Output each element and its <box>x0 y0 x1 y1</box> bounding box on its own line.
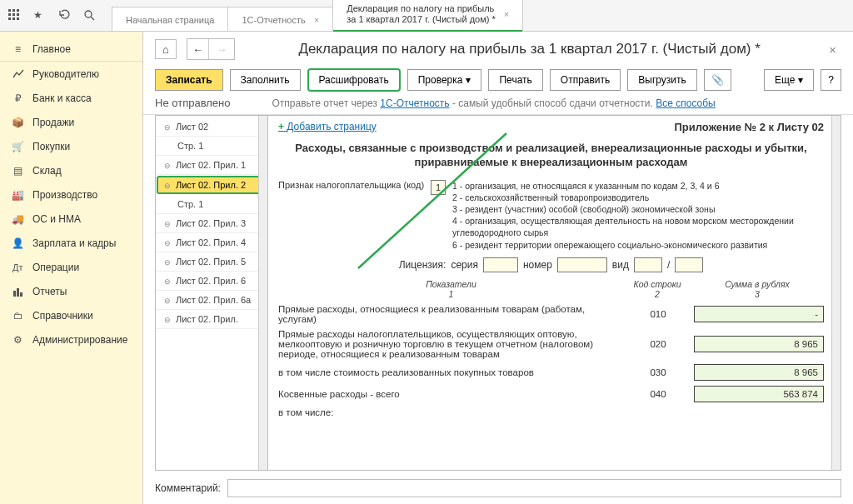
tree-label: Лист 02. Прил. 1 <box>176 160 246 170</box>
sidebar-item-production[interactable]: 🏭Производство <box>0 182 142 207</box>
collapse-icon: ⊖ <box>164 122 172 132</box>
collapse-icon: ⊖ <box>164 237 172 247</box>
row-value-input[interactable]: 8 965 <box>694 364 824 381</box>
clip-icon: 📎 <box>711 74 724 86</box>
forward-button[interactable]: → <box>211 39 232 59</box>
write-button[interactable]: Записать <box>155 69 223 91</box>
tab-home[interactable]: Начальная страница <box>112 7 228 31</box>
sidebar-label: Покупки <box>32 141 70 152</box>
send-status: Не отправлено <box>155 97 230 109</box>
row-value-input[interactable]: 8 965 <box>694 336 824 352</box>
tree-node-app1[interactable]: ⊖Лист 02. Прил. 1 <box>156 156 267 175</box>
tree-node-app2-selected[interactable]: ⊖Лист 02. Прил. 2 <box>157 176 267 194</box>
tree-node-app6a[interactable]: ⊖Лист 02. Прил. 6а <box>156 291 267 310</box>
sidebar-item-purchases[interactable]: 🛒Покупки <box>0 134 142 158</box>
collapse-icon: ⊖ <box>164 160 172 170</box>
chevron-down-icon: ▾ <box>798 74 803 86</box>
export-button[interactable]: Выгрузить <box>627 69 697 91</box>
row-value-input[interactable]: - <box>694 306 824 322</box>
tab-declaration[interactable]: Декларация по налогу на прибыльза 1 квар… <box>332 0 523 31</box>
license-number-input[interactable] <box>557 257 607 272</box>
check-button[interactable]: Проверка ▾ <box>407 69 482 91</box>
tree-node-sheet02[interactable]: ⊖Лист 02 <box>156 117 267 137</box>
sidebar-item-manager[interactable]: Руководителю <box>0 62 142 86</box>
fill-button[interactable]: Заполнить <box>230 69 301 91</box>
sidebar-item-sales[interactable]: 📦Продажи <box>0 110 142 134</box>
svg-rect-7 <box>12 17 15 20</box>
sidebar-label: Справочники <box>32 310 93 322</box>
sidebar-item-operations[interactable]: ДтОперации <box>0 255 142 279</box>
sidebar-item-main[interactable]: ≡Главное <box>0 37 142 62</box>
svg-rect-14 <box>20 292 22 297</box>
sidebar: ≡Главное Руководителю ₽Банк и касса 📦Про… <box>0 32 143 504</box>
sidebar-label: ОС и НМА <box>32 213 81 225</box>
folder-icon: 🗀 <box>12 309 24 322</box>
toolbar: Записать Заполнить Расшифровать Проверка… <box>143 63 853 93</box>
sidebar-item-hr[interactable]: 👤Зарплата и кадры <box>0 231 142 255</box>
tree-node-app6[interactable]: ⊖Лист 02. Прил. 6 <box>156 272 267 291</box>
attach-button[interactable]: 📎 <box>704 69 731 91</box>
close-icon[interactable]: × <box>314 15 319 25</box>
tree-node-app5[interactable]: ⊖Лист 02. Прил. 5 <box>156 252 267 272</box>
taxpayer-code-input[interactable]: 1 <box>431 180 446 195</box>
sidebar-item-assets[interactable]: 🚚ОС и НМА <box>0 207 142 231</box>
history-icon[interactable] <box>58 9 72 22</box>
row-label: в том числе стоимость реализованных поку… <box>278 367 622 377</box>
comment-input[interactable] <box>227 479 841 497</box>
status-text: Отправьте отчет через <box>272 97 380 109</box>
close-icon[interactable]: × <box>504 9 509 19</box>
decode-button[interactable]: Расшифровать <box>307 68 401 92</box>
tree-node-app3[interactable]: ⊖Лист 02. Прил. 3 <box>156 214 267 233</box>
svg-rect-4 <box>12 13 15 16</box>
all-methods-link[interactable]: Все способы <box>656 97 716 109</box>
sidebar-label: Производство <box>32 189 97 201</box>
box-icon: 📦 <box>12 116 24 128</box>
form-row: в том числе: <box>278 407 824 417</box>
sidebar-item-warehouse[interactable]: ▤Склад <box>0 158 142 182</box>
help-button[interactable]: ? <box>821 69 841 91</box>
coin-icon: ₽ <box>12 92 24 104</box>
sidebar-item-reports[interactable]: Отчеты <box>0 279 142 303</box>
tree-label: Лист 02. Прил. 5 <box>176 257 246 267</box>
back-button[interactable]: ← <box>187 39 209 59</box>
tab-reporting[interactable]: 1С-Отчетность× <box>227 7 333 31</box>
comment-bar: Комментарий: <box>143 474 853 504</box>
send-button[interactable]: Отправить <box>550 69 621 91</box>
search-icon[interactable] <box>83 9 97 22</box>
svg-rect-8 <box>17 17 19 20</box>
row-code: 010 <box>627 309 689 319</box>
tree-node-page1[interactable]: Стр. 1 <box>156 137 267 156</box>
tree-label: Стр. 1 <box>177 199 203 209</box>
tree-label: Лист 02. Прил. <box>176 314 238 324</box>
row-code: 030 <box>627 367 689 377</box>
close-button[interactable]: × <box>824 42 841 57</box>
row-value-input[interactable]: 563 874 <box>694 386 824 402</box>
home-button[interactable]: ⌂ <box>155 39 177 59</box>
license-series-input[interactable] <box>483 257 518 272</box>
more-button[interactable]: Еще ▾ <box>764 69 814 91</box>
svg-rect-13 <box>17 288 19 297</box>
sidebar-item-bank[interactable]: ₽Банк и касса <box>0 86 142 110</box>
tab-label: 1С-Отчетность <box>242 15 305 25</box>
form-row: Прямые расходы, относящиеся к реализован… <box>278 304 824 324</box>
license-type2-input[interactable] <box>675 257 703 272</box>
tree-node-app2-page1[interactable]: Стр. 1 <box>156 195 267 214</box>
taxpayer-code-legend: 1 - организация, не относящаяся к указан… <box>452 180 824 251</box>
tree-label: Лист 02. Прил. 3 <box>176 218 246 228</box>
apps-icon[interactable] <box>8 9 22 22</box>
license-type-input[interactable] <box>634 257 662 272</box>
tree-node-partial[interactable]: ⊖Лист 02. Прил. <box>156 310 267 329</box>
svg-rect-5 <box>17 13 19 16</box>
collapse-icon: ⊖ <box>164 180 172 190</box>
add-page-link[interactable]: Добавить страницу <box>278 121 377 133</box>
print-button[interactable]: Печать <box>488 69 542 91</box>
tree-node-app4[interactable]: ⊖Лист 02. Прил. 4 <box>156 233 267 252</box>
star-icon[interactable]: ★ <box>33 9 47 22</box>
form-row: в том числе стоимость реализованных поку… <box>278 364 824 381</box>
tree-label: Лист 02. Прил. 6а <box>176 295 251 305</box>
reporting-link[interactable]: 1С-Отчетность <box>380 97 449 109</box>
svg-rect-6 <box>8 17 11 20</box>
sidebar-item-refs[interactable]: 🗀Справочники <box>0 303 142 327</box>
sidebar-item-admin[interactable]: ⚙Администрирование <box>0 327 142 352</box>
license-number-label: номер <box>523 259 552 271</box>
